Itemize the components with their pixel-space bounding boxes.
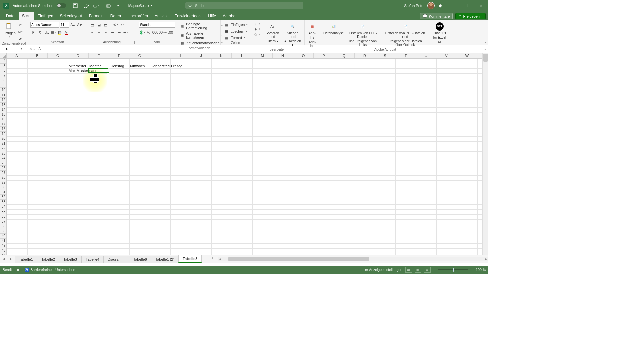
- row-header-7[interactable]: 7: [0, 73, 6, 78]
- row-header-6[interactable]: 6: [0, 68, 6, 73]
- bold-button[interactable]: F: [30, 29, 36, 35]
- align-bottom-button[interactable]: ⬒: [103, 22, 109, 28]
- expand-formula-bar-button[interactable]: ⌄: [482, 47, 488, 51]
- zoom-out-button[interactable]: −: [433, 268, 435, 272]
- col-header-S[interactable]: S: [375, 53, 395, 58]
- col-header-H[interactable]: H: [150, 53, 170, 58]
- row-header-15[interactable]: 15: [0, 112, 6, 117]
- sheet-tab-Tabelle6[interactable]: Tabelle6: [129, 256, 151, 263]
- row-header-19[interactable]: 19: [0, 132, 6, 137]
- sheet-tab-Tabelle3[interactable]: Tabelle3: [59, 256, 82, 263]
- col-header-B[interactable]: B: [27, 53, 48, 58]
- font-color-button[interactable]: A▾: [64, 29, 70, 35]
- row-header-18[interactable]: 18: [0, 127, 6, 132]
- menu-seitenlayout[interactable]: Seitenlayout: [57, 12, 86, 20]
- number-format-select[interactable]: [139, 22, 175, 28]
- col-header-O[interactable]: O: [293, 53, 314, 58]
- row-header-28[interactable]: 28: [0, 175, 6, 180]
- display-settings-button[interactable]: ▭ Anzeigeeinstellungen: [365, 268, 402, 272]
- row-header-40[interactable]: 40: [0, 234, 6, 239]
- row-header-38[interactable]: 38: [0, 224, 6, 229]
- col-header-C[interactable]: C: [48, 53, 68, 58]
- acrobat-create-link-button[interactable]: 📄Erstellen von PDF-Dateienund Freigeben …: [343, 22, 382, 47]
- zoom-level[interactable]: 100 %: [476, 268, 486, 272]
- row-header-4[interactable]: 4: [0, 59, 6, 64]
- merge-button[interactable]: ⬌▾: [123, 29, 129, 35]
- col-header-T[interactable]: T: [395, 53, 416, 58]
- number-dialog-launcher[interactable]: [171, 41, 174, 44]
- sort-filter-button[interactable]: A↓Sortieren undFiltern ▾: [263, 22, 282, 44]
- col-header-G[interactable]: G: [129, 53, 150, 58]
- menu-einfügen[interactable]: Einfügen: [34, 12, 56, 20]
- row-header-9[interactable]: 9: [0, 83, 6, 88]
- row-header-27[interactable]: 27: [0, 171, 6, 176]
- border-button[interactable]: ▦▾: [50, 29, 56, 35]
- col-header-R[interactable]: R: [355, 53, 375, 58]
- col-header-I[interactable]: I: [170, 53, 191, 58]
- col-header-A[interactable]: A: [7, 53, 27, 58]
- row-header-8[interactable]: 8: [0, 78, 6, 83]
- row-header-25[interactable]: 25: [0, 161, 6, 166]
- align-right-button[interactable]: ≡: [103, 29, 109, 35]
- conditional-formatting-button[interactable]: ▦Bedingte Formatierung▾: [178, 22, 224, 31]
- undo-button[interactable]: ▾: [82, 1, 91, 10]
- row-header-23[interactable]: 23: [0, 151, 6, 156]
- add-sheet-button[interactable]: ＋: [201, 256, 211, 261]
- comments-button[interactable]: 💬Kommentare: [420, 13, 453, 19]
- cell-E5[interactable]: Montag: [89, 64, 102, 69]
- row-header-20[interactable]: 20: [0, 136, 6, 141]
- row-header-41[interactable]: 41: [0, 239, 6, 244]
- acrobat-share-outlook-button[interactable]: 📄Erstellen von PDF-Dateien undFreigeben …: [383, 22, 427, 47]
- chevron-down-icon[interactable]: ▾: [151, 4, 152, 7]
- accessibility-status[interactable]: ♿ Barrierefreiheit: Untersuchen: [25, 268, 75, 272]
- minimize-button[interactable]: ─: [446, 0, 457, 11]
- cancel-formula-button[interactable]: ✕: [29, 47, 32, 51]
- sheet-tab-Tabelle2[interactable]: Tabelle2: [37, 256, 59, 263]
- paste-button[interactable]: Einfügen ▾: [2, 22, 16, 39]
- insert-cells-button[interactable]: ▦Einfügen▾: [223, 22, 249, 28]
- percent-button[interactable]: %: [146, 29, 152, 35]
- col-header-J[interactable]: J: [191, 53, 211, 58]
- sheet-nav-next-button[interactable]: ►: [9, 257, 13, 261]
- autosave-toggle[interactable]: [57, 3, 66, 8]
- row-header-21[interactable]: 21: [0, 141, 6, 146]
- decrease-indent-button[interactable]: ⇤: [109, 29, 115, 35]
- col-header-E[interactable]: E: [89, 53, 109, 58]
- redo-button[interactable]: ▾: [92, 1, 101, 10]
- col-header-N[interactable]: N: [273, 53, 293, 58]
- col-header-L[interactable]: L: [232, 53, 252, 58]
- menu-hilfe[interactable]: Hilfe: [205, 12, 219, 20]
- hscroll-right-button[interactable]: ►: [484, 257, 488, 261]
- font-size-select[interactable]: [60, 22, 69, 28]
- hscroll-left-button[interactable]: ◄: [218, 257, 222, 261]
- row-header-29[interactable]: 29: [0, 180, 6, 185]
- underline-button[interactable]: U▾: [44, 29, 50, 35]
- sheet-tab-Tabelle1-(2)[interactable]: Tabelle1 (2): [151, 256, 179, 263]
- cell-G5[interactable]: Mittwoch: [129, 64, 145, 69]
- zoom-in-button[interactable]: +: [471, 268, 473, 272]
- row-header-14[interactable]: 14: [0, 107, 6, 112]
- row-header-42[interactable]: 42: [0, 243, 6, 248]
- col-header-P[interactable]: P: [314, 53, 334, 58]
- sheet-tab-Tabelle4[interactable]: Tabelle4: [81, 256, 104, 263]
- sheet-tab-Diagramm[interactable]: Diagramm: [103, 256, 129, 263]
- cell-styles-button[interactable]: ▦Zellenformatvorlagen▾: [178, 40, 224, 46]
- row-header-34[interactable]: 34: [0, 204, 6, 209]
- qat-more-button[interactable]: ▾: [114, 1, 123, 10]
- find-select-button[interactable]: 🔍Suchen undAuswählen ▾: [283, 22, 302, 47]
- autosum-button[interactable]: ∑▾: [253, 22, 262, 26]
- row-header-11[interactable]: 11: [0, 93, 6, 98]
- share-button[interactable]: ⇪Freigeben▾: [455, 13, 486, 19]
- wrap-text-button[interactable]: ↩: [119, 22, 125, 28]
- accounting-button[interactable]: 💲▾: [139, 29, 145, 35]
- font-name-select[interactable]: [30, 22, 59, 28]
- col-header-U[interactable]: U: [416, 53, 436, 58]
- cell-I5[interactable]: Freitag: [170, 64, 182, 69]
- camera-button[interactable]: [104, 1, 113, 10]
- sheet-tab-Tabelle1[interactable]: Tabelle1: [15, 256, 37, 263]
- clipboard-dialog-launcher[interactable]: [22, 42, 26, 45]
- col-header-W[interactable]: W: [457, 53, 477, 58]
- row-header-39[interactable]: 39: [0, 229, 6, 234]
- zoom-slider[interactable]: [438, 269, 468, 270]
- select-all-corner[interactable]: [0, 53, 7, 59]
